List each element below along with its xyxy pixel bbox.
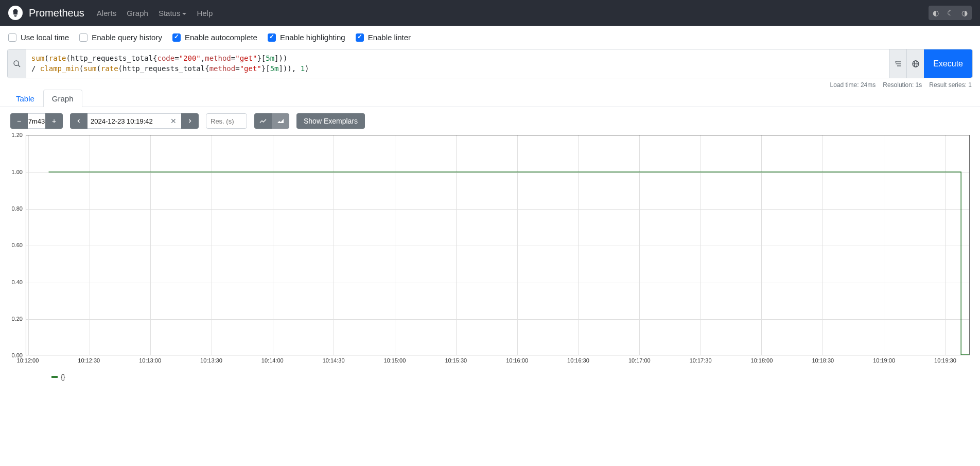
show-exemplars-button[interactable]: Show Exemplars	[296, 113, 365, 129]
option-highlighting[interactable]: Enable highlighting	[268, 33, 345, 42]
result-series: Result series: 1	[929, 81, 972, 89]
option-linter[interactable]: Enable linter	[356, 33, 411, 42]
time-input[interactable]	[87, 113, 166, 129]
brand-link[interactable]: Prometheus	[8, 6, 84, 20]
option-label: Enable autocomplete	[185, 33, 257, 42]
theme-switcher: ◐ ☾ ◑	[929, 6, 972, 20]
option-label: Enable linter	[368, 33, 411, 42]
tabs: Table Graph	[0, 90, 980, 107]
query-row: sum(rate(http_requests_total{code="200",…	[7, 49, 973, 78]
option-autocomplete[interactable]: Enable autocomplete	[172, 33, 257, 42]
option-label: Enable highlighting	[280, 33, 345, 42]
time-forward-button[interactable]	[181, 113, 199, 129]
navbar: Prometheus Alerts Graph Status Help ◐ ☾ …	[0, 0, 980, 26]
chart-type-group	[254, 113, 289, 129]
line-chart-button[interactable]	[254, 113, 272, 129]
svg-line-1	[18, 65, 20, 67]
svg-point-0	[14, 61, 19, 65]
globe-button[interactable]	[906, 49, 924, 78]
option-label: Use local time	[21, 33, 69, 42]
resolution: Resolution: 1s	[883, 81, 922, 89]
theme-light-icon[interactable]: ◑	[957, 6, 972, 20]
query-input[interactable]: sum(rate(http_requests_total{code="200",…	[26, 49, 889, 78]
range-increase-button[interactable]: +	[45, 113, 63, 129]
chart-container: 0.000.200.400.600.801.001.20 10:12:0010:…	[10, 135, 970, 366]
range-decrease-button[interactable]: −	[10, 113, 28, 129]
x-axis: 10:12:0010:12:3010:13:0010:13:3010:14:00…	[26, 355, 970, 366]
tab-table[interactable]: Table	[7, 90, 43, 107]
options-row: Use local time Enable query history Enab…	[0, 26, 980, 49]
theme-dark-icon[interactable]: ☾	[943, 6, 957, 20]
checkbox-icon[interactable]	[268, 33, 276, 42]
nav-help[interactable]: Help	[192, 5, 217, 22]
option-query-history[interactable]: Enable query history	[79, 33, 162, 42]
checkbox-icon[interactable]	[8, 33, 16, 42]
legend-swatch-icon	[51, 376, 58, 378]
checkbox-icon[interactable]	[172, 33, 181, 42]
stats-row: Load time: 24ms Resolution: 1s Result se…	[0, 78, 980, 90]
resolution-input[interactable]	[206, 113, 247, 129]
legend-label: {}	[61, 373, 65, 381]
execute-button[interactable]: Execute	[924, 49, 972, 78]
checkbox-icon[interactable]	[79, 33, 87, 42]
time-back-button[interactable]	[70, 113, 87, 129]
range-group: − +	[10, 113, 63, 129]
nav-alerts[interactable]: Alerts	[93, 5, 120, 22]
y-axis: 0.000.200.400.600.801.001.20	[10, 135, 26, 355]
format-query-button[interactable]	[889, 49, 906, 78]
stacked-chart-button[interactable]	[272, 113, 289, 129]
theme-auto-icon[interactable]: ◐	[929, 6, 943, 20]
legend: {}	[51, 373, 970, 381]
search-icon	[8, 49, 26, 78]
brand-text: Prometheus	[29, 7, 84, 19]
nav-links: Alerts Graph Status Help	[93, 5, 929, 22]
option-label: Enable query history	[92, 33, 162, 42]
tab-graph[interactable]: Graph	[43, 90, 82, 107]
prometheus-logo-icon	[8, 6, 23, 20]
checkbox-icon[interactable]	[356, 33, 364, 42]
nav-status[interactable]: Status	[154, 5, 191, 22]
time-clear-button[interactable]: ✕	[166, 113, 181, 129]
nav-graph[interactable]: Graph	[122, 5, 152, 22]
option-local-time[interactable]: Use local time	[8, 33, 69, 42]
chart-plot[interactable]	[26, 135, 970, 355]
load-time: Load time: 24ms	[830, 81, 876, 89]
time-group: ✕	[70, 113, 199, 129]
range-input[interactable]	[28, 113, 45, 129]
graph-controls: − + ✕ Show Exemplars	[0, 107, 980, 135]
